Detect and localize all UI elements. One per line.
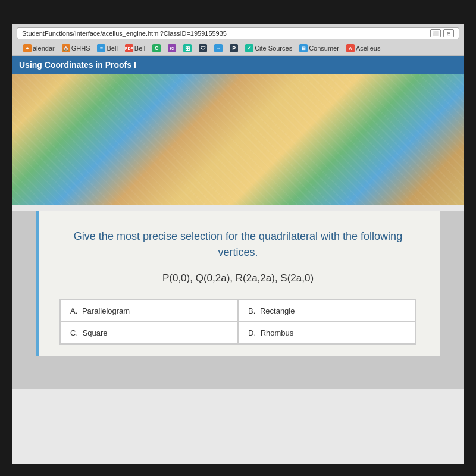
browser-window: StudentFunctions/Interface/acellus_engin… bbox=[12, 24, 464, 464]
consumer-label: Consumer bbox=[309, 45, 339, 52]
coordinates-text: P(0,0), Q(0,2a), R(2a,2a), S(2a,0) bbox=[60, 273, 416, 284]
bookmark-label: alendar bbox=[33, 45, 55, 52]
bookmark-bell1[interactable]: ≡ Bell bbox=[95, 43, 119, 53]
bookmark-label: GHHS bbox=[71, 45, 90, 52]
bookmark-label: Bell bbox=[107, 45, 117, 52]
ghhs-icon: 🏠 bbox=[62, 44, 70, 52]
answer-a[interactable]: A. Parallelogram bbox=[60, 300, 238, 322]
bookmark-acelleus[interactable]: A Acelleus bbox=[345, 43, 383, 53]
app-header: Using Coordinates in Proofs I bbox=[12, 56, 464, 74]
bookmark-label: Bell bbox=[134, 45, 145, 52]
address-text: StudentFunctions/Interface/acellus_engin… bbox=[22, 30, 227, 37]
browser-controls: StudentFunctions/Interface/acellus_engin… bbox=[17, 27, 459, 39]
cite-sources-label: Cite Sources bbox=[255, 45, 292, 52]
app-header-title: Using Coordinates in Proofs I bbox=[19, 60, 136, 70]
answer-b-label: B. bbox=[248, 306, 255, 315]
bell1-icon: ≡ bbox=[97, 44, 105, 52]
pdf-icon: PDF bbox=[125, 44, 133, 52]
k-icon: K! bbox=[168, 44, 176, 52]
bookmark-p[interactable]: P bbox=[228, 43, 240, 53]
grid-icon[interactable]: ⊞ bbox=[443, 29, 454, 37]
cite-sources-icon: ✓ bbox=[245, 44, 253, 52]
answer-d-label: D. bbox=[248, 328, 256, 337]
background-image bbox=[12, 74, 464, 205]
bookmarks-bar: ● alendar 🏠 GHHS ≡ Bell PDF Bell C K! bbox=[17, 42, 459, 55]
grid2-icon: ⊞ bbox=[183, 44, 192, 52]
bookmark-consumer[interactable]: ⊟ Consumer bbox=[298, 43, 341, 53]
answer-c-label: C. bbox=[70, 328, 78, 337]
bookmark-cite-sources[interactable]: ✓ Cite Sources bbox=[243, 43, 294, 53]
consumer-icon: ⊟ bbox=[299, 44, 308, 52]
bookmark-grid[interactable]: ⊞ bbox=[181, 43, 193, 53]
bookmark-c[interactable]: C bbox=[151, 43, 162, 53]
content-area: Give the most precise selection for the … bbox=[12, 211, 464, 389]
c-icon: C bbox=[152, 44, 161, 52]
bookmark-calendar[interactable]: ● alendar bbox=[21, 43, 57, 53]
browser-action-icons: ⬜ ⊞ bbox=[430, 29, 454, 37]
answer-b[interactable]: B. Rectangle bbox=[238, 300, 416, 322]
answer-b-text: Rectangle bbox=[260, 306, 295, 315]
question-text: Give the most precise selection for the … bbox=[60, 228, 416, 261]
bookmark-k[interactable]: K! bbox=[166, 43, 178, 53]
calendar-icon: ● bbox=[23, 44, 32, 52]
browser-chrome: StudentFunctions/Interface/acellus_engin… bbox=[12, 24, 464, 56]
window-icon[interactable]: ⬜ bbox=[430, 29, 441, 37]
bookmark-shield[interactable]: 🛡 bbox=[197, 43, 209, 53]
bookmark-ghhs[interactable]: 🏠 GHHS bbox=[60, 43, 92, 53]
acelleus-label: Acelleus bbox=[356, 45, 381, 52]
bookmark-bell2-pdf[interactable]: PDF Bell bbox=[123, 43, 147, 53]
answer-a-label: A. bbox=[70, 306, 77, 315]
acelleus-icon: A bbox=[346, 44, 355, 52]
answer-d[interactable]: D. Rhombus bbox=[238, 322, 416, 344]
answer-grid: A. Parallelogram B. Rectangle C. Square … bbox=[60, 299, 416, 345]
address-bar[interactable]: StudentFunctions/Interface/acellus_engin… bbox=[17, 27, 459, 39]
answer-c[interactable]: C. Square bbox=[60, 322, 238, 344]
answer-c-text: Square bbox=[83, 328, 108, 337]
shield-icon: 🛡 bbox=[199, 44, 207, 52]
arrow-icon: → bbox=[214, 44, 223, 52]
p-icon: P bbox=[230, 44, 238, 52]
answer-d-text: Rhombus bbox=[261, 328, 294, 337]
bookmark-arrow[interactable]: → bbox=[212, 43, 224, 53]
question-card: Give the most precise selection for the … bbox=[36, 211, 440, 356]
answer-a-text: Parallelogram bbox=[82, 306, 130, 315]
